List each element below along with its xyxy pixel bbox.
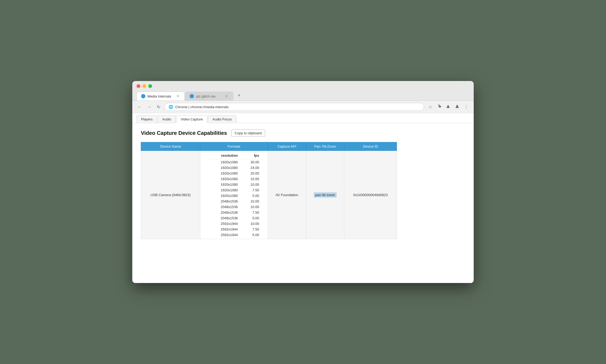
url-prefix: Chrome | [175,105,190,109]
format-fps-14: 5.00 [242,232,264,238]
format-res-4: 1920x1080 [205,176,242,182]
tab-media-internals[interactable]: 🌐 Media Internals ✕ [137,92,185,100]
format-fps-1: 30.00 [242,159,264,165]
format-res-2: 1920x1080 [205,165,242,171]
back-button[interactable]: ← [137,103,143,110]
format-res-7: 1920x1080 [205,193,242,199]
format-res-1: 1920x1080 [205,159,242,165]
format-res-11: 2048x1536 [205,215,242,221]
page-content: Players Audio Video Capture Audio Focus … [132,113,474,283]
col-header-device-id: Device ID [344,142,397,151]
format-fps-6: 7.50 [242,187,264,193]
format-res-14: 2592x1944 [205,232,242,238]
format-fps-12: 10.00 [242,221,264,227]
star-icon[interactable]: ☆ [427,103,433,111]
screenshare-icon[interactable] [445,103,451,111]
tab-label-media-internals: Media Internals [147,94,171,98]
address-bar: ← → ↻ 🌐 Chrome | chrome://media-internal… [132,101,474,113]
ptz-value: pan tilt zoom [314,192,337,197]
copy-to-clipboard-button[interactable]: Copy to clipboard [231,130,265,137]
formats-sub-header-resolution: resolution [205,152,242,159]
capture-api-cell: AV Foundation [268,151,306,239]
url-text: Chrome | chrome://media-internals [175,105,229,109]
tab-players[interactable]: Players [137,115,157,123]
formats-cell: resolution fps 1920x1080 30.00 1920x1080… [200,151,268,239]
device-id-cell: 0x14300000046d0823 [344,151,397,239]
svg-marker-1 [446,105,450,108]
profile-icon[interactable] [454,103,460,111]
format-res-13: 2592x1944 [205,227,242,232]
col-header-capture-api: Capture API [268,142,306,151]
tab-ptz-glitch[interactable]: 🌐 ptz.glitch.me ✕ [185,92,233,100]
format-fps-10: 7.50 [242,210,264,215]
browser-window: 🌐 Media Internals ✕ 🌐 ptz.glitch.me ✕ + … [132,81,474,283]
capabilities-table: Device Name Formats Capture API Pan-Tilt… [141,142,397,239]
extensions-icon[interactable] [436,103,442,111]
tab-favicon-media-internals: 🌐 [141,94,145,98]
minimize-button[interactable] [142,84,146,88]
format-fps-4: 15.00 [242,176,264,182]
title-bar: 🌐 Media Internals ✕ 🌐 ptz.glitch.me ✕ + [132,81,474,101]
tab-video-capture[interactable]: Video Capture [176,115,208,123]
format-fps-13: 7.50 [242,227,264,232]
tab-label-ptz: ptz.glitch.me [196,94,216,98]
svg-rect-0 [438,105,440,106]
tab-close-media-internals[interactable]: ✕ [176,94,180,98]
traffic-lights [137,84,469,88]
format-res-3: 1920x1080 [205,171,242,176]
internal-tabs: Players Audio Video Capture Audio Focus [132,113,474,123]
main-area: Video Capture Device Capabilities Copy t… [132,123,474,283]
ptz-cell: pan tilt zoom [306,151,344,239]
tab-divider [234,93,234,98]
format-fps-3: 20.00 [242,171,264,176]
tab-audio-focus[interactable]: Audio Focus [208,115,236,123]
col-header-device-name: Device Name [141,142,200,151]
tab-close-ptz[interactable]: ✕ [224,94,229,98]
tab-favicon-ptz: 🌐 [190,94,194,98]
format-fps-9: 10.00 [242,204,264,210]
menu-icon[interactable]: ⋮ [463,103,469,111]
format-fps-7: 5.00 [242,193,264,199]
format-fps-8: 15.00 [242,199,264,204]
maximize-button[interactable] [148,84,152,88]
format-res-5: 1920x1080 [205,182,242,187]
toolbar-icons: ☆ ⋮ [427,103,469,111]
tab-audio[interactable]: Audio [158,115,176,123]
formats-inner: resolution fps 1920x1080 30.00 1920x1080… [205,152,264,238]
format-res-12: 2592x1944 [205,221,242,227]
url-security-icon: 🌐 [169,105,173,109]
format-fps-5: 10.00 [242,182,264,187]
format-fps-2: 24.00 [242,165,264,171]
format-res-6: 1920x1080 [205,187,242,193]
url-bar[interactable]: 🌐 Chrome | chrome://media-internals [165,103,424,111]
device-name-cell: USB Camera (046d:0823) [141,151,200,239]
section-header: Video Capture Device Capabilities Copy t… [141,130,465,137]
col-header-formats: Formats [200,142,268,151]
table-row: USB Camera (046d:0823) resolution fps 19… [141,151,397,239]
page-title: Video Capture Device Capabilities [141,130,227,136]
format-res-8: 2048x1536 [205,199,242,204]
refresh-button[interactable]: ↻ [156,103,161,111]
close-button[interactable] [137,84,140,88]
format-fps-11: 5.00 [242,215,264,221]
url-path: chrome://media-internals [190,105,229,109]
forward-button[interactable]: → [146,103,153,110]
new-tab-button[interactable]: + [234,91,244,100]
format-res-9: 2048x1536 [205,204,242,210]
formats-sub-header-fps: fps [242,152,264,159]
col-header-ptz: Pan-Tilt-Zoom [306,142,344,151]
format-res-10: 2048x1536 [205,210,242,215]
browser-tabs: 🌐 Media Internals ✕ 🌐 ptz.glitch.me ✕ + [137,91,469,100]
